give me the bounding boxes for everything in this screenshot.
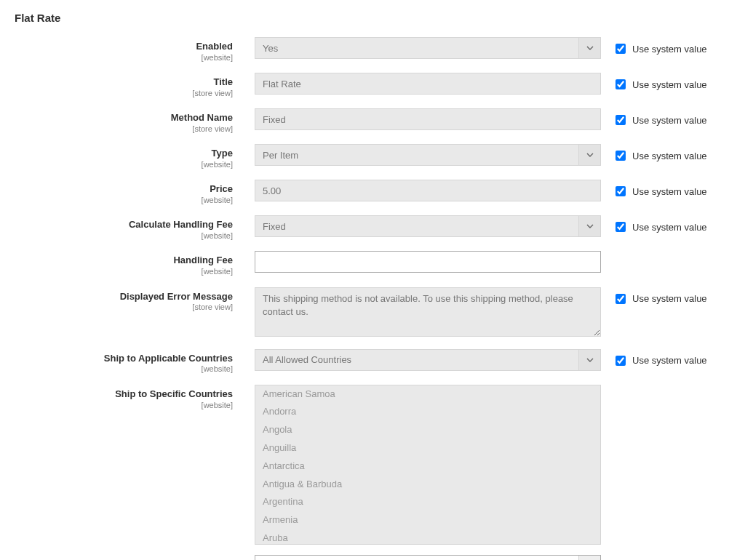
select-calc-handling: Fixed bbox=[255, 215, 601, 237]
row-enabled: Enabled [website] Yes Use system value bbox=[15, 37, 730, 63]
country-option[interactable]: Aruba bbox=[255, 529, 600, 545]
country-option[interactable]: Angola bbox=[255, 421, 600, 439]
row-title: Title [store view] Use system value bbox=[15, 73, 730, 98]
label-ship-applicable: Ship to Applicable Countries bbox=[104, 353, 233, 364]
input-method-name bbox=[255, 108, 601, 130]
scope-ship-applicable: [website] bbox=[15, 364, 233, 374]
select-calc-handling-value: Fixed bbox=[263, 221, 286, 232]
input-title bbox=[255, 73, 601, 95]
row-ship-specific: Ship to Specific Countries [website] Ame… bbox=[15, 385, 730, 545]
checkbox-ship-applicable-label[interactable]: Use system value bbox=[632, 355, 707, 366]
label-calc-handling: Calculate Handling Fee bbox=[129, 219, 233, 230]
label-method-name: Method Name bbox=[171, 112, 233, 123]
select-ship-applicable: All Allowed Countries bbox=[255, 349, 601, 371]
checkbox-type-system[interactable] bbox=[615, 151, 626, 161]
scope-error-msg: [store view] bbox=[15, 303, 233, 312]
scope-calc-handling: [website] bbox=[15, 231, 233, 241]
label-type: Type bbox=[212, 148, 233, 159]
label-title: Title bbox=[214, 76, 234, 87]
label-enabled: Enabled bbox=[196, 41, 233, 52]
country-option[interactable]: Anguilla bbox=[255, 439, 600, 457]
checkbox-method-name-system[interactable] bbox=[615, 115, 626, 125]
checkbox-method-name-label[interactable]: Use system value bbox=[632, 115, 707, 126]
checkbox-calc-handling-system[interactable] bbox=[615, 222, 626, 232]
checkbox-error-msg-label[interactable]: Use system value bbox=[632, 293, 707, 304]
checkbox-price-system[interactable] bbox=[615, 186, 626, 196]
scope-ship-specific: [website] bbox=[15, 401, 233, 410]
country-option[interactable]: Andorra bbox=[255, 403, 600, 421]
chevron-down-icon bbox=[578, 350, 600, 370]
row-type: Type [website] Per Item Use system value bbox=[15, 144, 730, 169]
country-option[interactable]: Armenia bbox=[255, 511, 600, 529]
input-handling-fee[interactable] bbox=[255, 251, 601, 273]
chevron-down-icon[interactable] bbox=[578, 556, 600, 560]
checkbox-title-label[interactable]: Use system value bbox=[632, 79, 707, 90]
country-option[interactable]: American Samoa bbox=[255, 385, 600, 404]
row-show-if-na: Show Method if Not Applicable [website] … bbox=[15, 555, 730, 560]
country-option[interactable]: Antarctica bbox=[255, 457, 600, 476]
checkbox-calc-handling-label[interactable]: Use system value bbox=[632, 222, 707, 233]
row-price: Price [website] Use system value bbox=[15, 180, 730, 205]
chevron-down-icon bbox=[578, 216, 600, 236]
label-handling-fee: Handling Fee bbox=[173, 255, 233, 265]
chevron-down-icon bbox=[578, 145, 600, 165]
select-enabled: Yes bbox=[255, 37, 601, 59]
country-option[interactable]: Antigua & Barbuda bbox=[255, 476, 600, 494]
row-method-name: Method Name [store view] Use system valu… bbox=[15, 108, 730, 134]
scope-price: [website] bbox=[15, 196, 233, 205]
checkbox-enabled-system[interactable] bbox=[615, 44, 626, 54]
select-show-if-na[interactable]: No bbox=[255, 555, 601, 560]
row-handling-fee: Handling Fee [website] bbox=[15, 251, 730, 276]
row-error-msg: Displayed Error Message [store view] Use… bbox=[15, 287, 730, 339]
textarea-error-msg bbox=[255, 287, 601, 337]
multiselect-countries[interactable]: American SamoaAndorraAngolaAnguillaAntar… bbox=[255, 385, 601, 545]
select-enabled-value: Yes bbox=[263, 43, 278, 54]
scope-type: [website] bbox=[15, 160, 233, 169]
chevron-down-icon bbox=[578, 38, 600, 58]
checkbox-title-system[interactable] bbox=[615, 79, 626, 89]
checkbox-error-msg-system[interactable] bbox=[615, 294, 626, 304]
label-price: Price bbox=[210, 183, 233, 194]
input-price bbox=[255, 180, 601, 201]
scope-title: [store view] bbox=[15, 89, 233, 98]
checkbox-ship-applicable-system[interactable] bbox=[615, 356, 626, 366]
scope-method-name: [store view] bbox=[15, 124, 233, 134]
checkbox-price-label[interactable]: Use system value bbox=[632, 186, 707, 197]
section-title: Flat Rate bbox=[15, 12, 730, 24]
country-option[interactable]: Argentina bbox=[255, 493, 600, 511]
select-ship-applicable-value: All Allowed Countries bbox=[263, 354, 351, 365]
select-type-value: Per Item bbox=[263, 150, 298, 161]
label-error-msg: Displayed Error Message bbox=[120, 291, 233, 302]
select-type: Per Item bbox=[255, 144, 601, 166]
scope-enabled: [website] bbox=[15, 53, 233, 63]
row-ship-applicable: Ship to Applicable Countries [website] A… bbox=[15, 349, 730, 375]
label-ship-specific: Ship to Specific Countries bbox=[115, 388, 233, 399]
checkbox-enabled-label[interactable]: Use system value bbox=[632, 44, 707, 55]
scope-handling-fee: [website] bbox=[15, 267, 233, 276]
row-calc-handling: Calculate Handling Fee [website] Fixed U… bbox=[15, 215, 730, 241]
checkbox-type-label[interactable]: Use system value bbox=[632, 151, 707, 161]
